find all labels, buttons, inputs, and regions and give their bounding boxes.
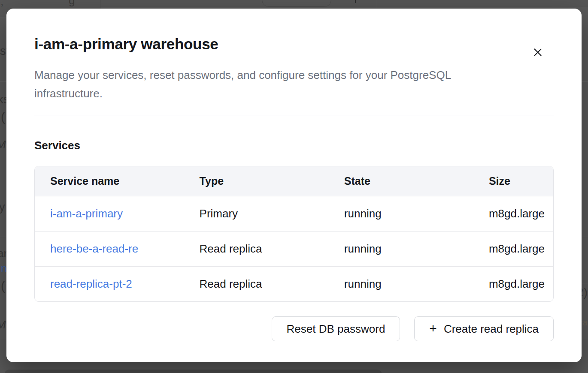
- close-button[interactable]: [530, 45, 546, 60]
- service-name-link[interactable]: i-am-a-primary: [50, 207, 123, 220]
- column-header-type: Type: [184, 166, 329, 196]
- background-divider-vertical: [377, 0, 377, 8]
- service-size: m8gd.large: [473, 267, 553, 302]
- table-header-row: Service name Type State Size: [35, 166, 553, 196]
- table-row: here-be-a-read-re Read replica running m…: [35, 232, 553, 267]
- services-table: Service name Type State Size i-am-a-prim…: [34, 166, 554, 302]
- background-pill-center: [262, 0, 331, 7]
- service-type: Read replica: [184, 232, 329, 267]
- services-heading: Services: [34, 138, 554, 152]
- create-read-replica-button[interactable]: + Create read replica: [414, 316, 554, 341]
- column-header-service-name: Service name: [35, 166, 184, 196]
- plus-icon: +: [429, 322, 437, 335]
- modal-description: Manage your services, reset passwords, a…: [34, 66, 521, 103]
- bg-fragment: g: [69, 0, 75, 6]
- service-name-link[interactable]: read-replica-pt-2: [50, 277, 132, 291]
- service-type: Read replica: [184, 267, 329, 302]
- service-state: running: [329, 232, 473, 267]
- column-header-state: State: [329, 166, 473, 196]
- column-header-size: Size: [473, 166, 553, 196]
- modal-title: i-am-a-primary warehouse: [34, 34, 554, 54]
- table-row: read-replica-pt-2 Read replica running m…: [35, 267, 553, 302]
- service-state: running: [329, 267, 473, 302]
- service-size: m8gd.large: [473, 196, 553, 232]
- bg-fragment: y: [0, 202, 5, 213]
- bg-fragment: (: [1, 280, 5, 292]
- service-name-link[interactable]: here-be-a-read-re: [50, 242, 138, 256]
- background-bottom-panel: [4, 370, 382, 373]
- bg-fragment: (: [1, 111, 5, 123]
- bg-fragment: ,: [0, 0, 3, 7]
- bg-fragment-link: in: [0, 263, 7, 274]
- table-row: i-am-a-primary Primary running m8gd.larg…: [35, 196, 553, 232]
- modal-footer: Reset DB password + Create read replica: [34, 316, 554, 341]
- close-icon: [533, 47, 543, 57]
- create-read-replica-label: Create read replica: [444, 322, 539, 336]
- divider: [34, 115, 554, 115]
- background-caret-mark: [355, 0, 356, 3]
- reset-db-password-button[interactable]: Reset DB password: [272, 316, 400, 341]
- warehouse-details-modal: i-am-a-primary warehouse Manage your ser…: [6, 9, 582, 362]
- reset-db-password-label: Reset DB password: [287, 322, 385, 336]
- service-state: running: [329, 196, 473, 232]
- service-type: Primary: [184, 196, 329, 232]
- service-size: m8gd.large: [473, 232, 553, 267]
